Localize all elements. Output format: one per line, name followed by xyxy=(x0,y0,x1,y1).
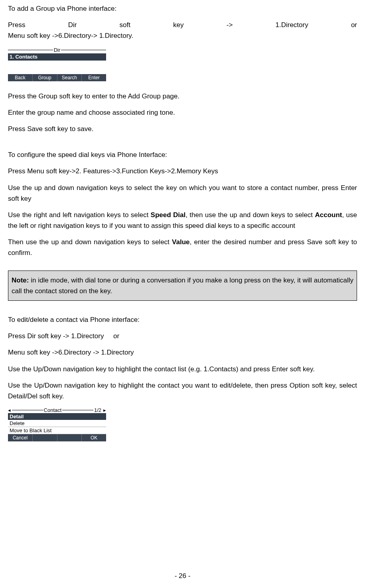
text-fragment: , then use the up and down keys to selec… xyxy=(185,211,315,219)
page-number: - 26 - xyxy=(0,572,365,580)
phone-title-bar: ◂ Contact 1/2 ▸ xyxy=(8,407,106,413)
note-text: in idle mode, with dial tone or during a… xyxy=(12,276,353,295)
note-label: Note: xyxy=(12,276,29,284)
instruction-edit-nav-2: Menu soft key ->6.Directory -> 1.Directo… xyxy=(8,347,357,358)
softkey-ok[interactable]: OK xyxy=(82,434,106,441)
bold-account: Account xyxy=(315,211,342,219)
word: 1.Directory xyxy=(276,20,308,30)
word: or xyxy=(351,20,357,30)
softkey-search[interactable]: Search xyxy=(57,74,82,81)
softkey-cancel[interactable]: Cancel xyxy=(8,434,33,441)
phone-screenshot-dir: Dir 1. Contacts Back Group Search Enter xyxy=(8,47,106,81)
phone-title-bar: Dir xyxy=(8,47,106,53)
softkey-group[interactable]: Group xyxy=(33,74,57,81)
word: soft xyxy=(120,20,130,30)
title-rule-left xyxy=(8,50,53,50)
instruction-enter-name-tone: Enter the group name and choose associat… xyxy=(8,107,357,118)
title-rule-right xyxy=(62,410,93,410)
word: Dir xyxy=(68,20,77,30)
note-box: Note: in idle mode, with dial tone or du… xyxy=(8,270,357,301)
title-rule-left xyxy=(12,410,43,410)
instruction-speed-dial-nav: Press Menu soft key->2. Features->3.Func… xyxy=(8,166,357,176)
word: -> xyxy=(227,20,233,30)
softkey-empty xyxy=(57,434,82,441)
heading-speed-dial: To configure the speed dial keys via Pho… xyxy=(8,149,357,160)
instruction-highlight-list: Use the Up/Down navigation key to highli… xyxy=(8,364,357,374)
line-2: Menu soft key ->6.Directory-> 1.Director… xyxy=(8,32,133,39)
heading-add-group: To add a Group via Phone interface: xyxy=(8,3,357,14)
instruction-select-memory-key: Use the up and down navigation keys to s… xyxy=(8,182,357,204)
phone-selected-row: 1. Contacts xyxy=(8,53,106,61)
arrow-right-icon: ▸ xyxy=(102,407,106,413)
softkey-back[interactable]: Back xyxy=(8,74,33,81)
phone-screenshot-contact: ◂ Contact 1/2 ▸ Detail Delete Move to Bl… xyxy=(8,407,106,441)
text-fragment: Then use the up and down navigation keys… xyxy=(8,238,172,246)
word: Press xyxy=(8,20,25,30)
bold-value: Value xyxy=(172,238,189,246)
instruction-press-save: Press Save soft key to save. xyxy=(8,123,357,134)
instruction-value-save: Then use the up and down navigation keys… xyxy=(8,237,357,258)
instruction-press-group: Press the Group soft key to enter to the… xyxy=(8,91,357,102)
instruction-highlight-contact: Use the Up/Down navigation key to highli… xyxy=(8,380,357,402)
phone-softkey-bar: Cancel OK xyxy=(8,434,106,441)
option-delete[interactable]: Delete xyxy=(8,420,106,427)
phone-title-text: Contact xyxy=(43,407,63,413)
instruction-nav-add-group: PressDirsoftkey->1.Directoryor Menu soft… xyxy=(8,20,357,41)
heading-edit-delete: To edit/delete a contact via Phone inter… xyxy=(8,314,357,325)
line-1-spread: PressDirsoftkey->1.Directoryor xyxy=(8,20,357,30)
arrow-left-icon: ◂ xyxy=(8,407,12,413)
softkey-empty xyxy=(33,434,57,441)
text-fragment: Use the right and left navigation keys t… xyxy=(8,211,151,219)
softkey-enter[interactable]: Enter xyxy=(82,74,106,81)
bold-speed-dial: Speed Dial xyxy=(151,211,186,219)
title-rule-right xyxy=(61,50,106,50)
instruction-speed-dial-account: Use the right and left navigation keys t… xyxy=(8,210,357,231)
page-indicator: 1/2 xyxy=(93,407,102,413)
phone-title-text: Dir xyxy=(53,47,61,53)
phone-softkey-bar: Back Group Search Enter xyxy=(8,74,106,81)
word: key xyxy=(173,20,183,30)
instruction-edit-nav-1: Press Dir soft key -> 1.Directory or xyxy=(8,331,357,341)
option-detail[interactable]: Detail xyxy=(8,413,106,420)
option-move-blacklist[interactable]: Move to Black List xyxy=(8,427,106,434)
